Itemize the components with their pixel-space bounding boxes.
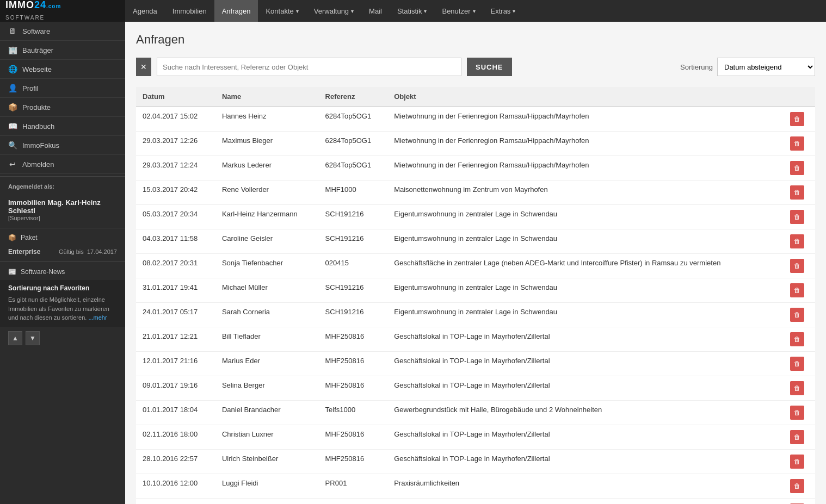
scroll-up-button[interactable]: ▲ xyxy=(8,331,22,345)
cell-name: Maximus Bieger xyxy=(215,132,319,156)
software-news-item[interactable]: 📰 Software-News xyxy=(0,264,125,280)
news-icon: 📰 xyxy=(8,268,16,276)
cell-name: Caroline Geisler xyxy=(215,229,319,254)
delete-button[interactable]: 🗑 xyxy=(790,455,804,469)
sidebar-item-software[interactable]: 🖥 Software xyxy=(0,22,125,41)
delete-button[interactable]: 🗑 xyxy=(790,479,804,493)
delete-button[interactable]: 🗑 xyxy=(790,332,804,346)
table-row: 10.10.2016 12:00Luggi FleidiPR001Praxisr… xyxy=(136,474,815,499)
search-bar: ✕ SUCHE Sortierung Datum absteigendDatum… xyxy=(136,58,815,76)
delete-button[interactable]: 🗑 xyxy=(790,357,804,371)
delete-button[interactable]: 🗑 xyxy=(790,308,804,322)
top-navigation: IMMO24.com SOFTWARE AgendaImmobilienAnfr… xyxy=(0,0,826,22)
company-name: Immobilien Mag. Karl-Heinz Schiestl xyxy=(8,198,117,215)
delete-button[interactable]: 🗑 xyxy=(790,259,804,273)
search-button[interactable]: SUCHE xyxy=(467,58,512,76)
cell-delete: 🗑 xyxy=(784,401,815,425)
cell-datum: 10.10.2016 12:00 xyxy=(136,474,215,499)
scroll-down-button[interactable]: ▼ xyxy=(26,331,40,345)
cell-referenz: SCH191216 xyxy=(319,303,388,327)
scroll-arrows: ▲ ▼ xyxy=(0,327,125,350)
delete-button[interactable]: 🗑 xyxy=(790,210,804,224)
table-row: 02.11.2016 18:00Christian LuxnerMHF25081… xyxy=(136,425,815,450)
cell-datum: 01.01.2017 18:04 xyxy=(136,401,215,425)
cell-referenz: 020415 xyxy=(319,254,388,278)
cell-name: Daniel Brandacher xyxy=(215,401,319,425)
cell-delete: 🗑 xyxy=(784,376,815,401)
cell-referenz: MHF1000 xyxy=(319,181,388,205)
table-row: 04.03.2017 11:58Caroline GeislerSCH19121… xyxy=(136,229,815,254)
validity-info: Gültig bis 17.04.2017 xyxy=(59,248,117,255)
cell-referenz: 6284Top5OG1 xyxy=(319,156,388,181)
cell-objekt: Eigentumswohnung in zentraler Lage in Sc… xyxy=(387,229,784,254)
sidebar-item-handbuch[interactable]: 📖 Handbuch xyxy=(0,117,125,136)
paket-item[interactable]: 📦 Paket xyxy=(0,231,125,245)
delete-button[interactable]: 🗑 xyxy=(790,161,804,175)
delete-button[interactable]: 🗑 xyxy=(790,283,804,297)
sidebar-item-label: Webseite xyxy=(22,65,52,73)
sidebar-item-label: Bauträger xyxy=(22,46,53,54)
cell-referenz: 6284Top5OG1 xyxy=(319,107,388,132)
cell-name: Sarah Corneria xyxy=(215,303,319,327)
table-header-row: DatumNameReferenzObjekt xyxy=(136,87,815,107)
cell-name: Christian Luxner xyxy=(215,425,319,450)
delete-button[interactable]: 🗑 xyxy=(790,406,804,420)
cell-delete: 🗑 xyxy=(784,425,815,450)
cell-referenz: MHF250816 xyxy=(319,376,388,401)
software-news-label: Software-News xyxy=(21,268,65,276)
delete-button[interactable]: 🗑 xyxy=(790,430,804,444)
table-row: 24.01.2017 05:17Sarah CorneriaSCH191216E… xyxy=(136,303,815,327)
paket-icon: 📦 xyxy=(8,234,16,241)
news-more-link[interactable]: ...mehr xyxy=(88,314,107,321)
sidebar-item-immofokus[interactable]: 🔍 ImmoFokus xyxy=(0,136,125,155)
sidebar-item-profil[interactable]: 👤 Profil xyxy=(0,79,125,98)
sidebar-item-webseite[interactable]: 🌐 Webseite xyxy=(0,60,125,79)
nav-item-kontakte[interactable]: Kontakte ▾ xyxy=(258,0,306,22)
table-row: 31.01.2017 19:41Michael MüllerSCH191216E… xyxy=(136,278,815,303)
delete-button[interactable]: 🗑 xyxy=(790,381,804,395)
delete-button[interactable]: 🗑 xyxy=(790,136,804,151)
sidebar-item-abmelden[interactable]: ↩ Abmelden xyxy=(0,155,125,174)
cell-objekt: Geschäftslokal in TOP-Lage in Mayrhofen/… xyxy=(387,352,784,376)
cell-datum: 05.03.2017 20:34 xyxy=(136,205,215,229)
cell-datum: 21.01.2017 12:21 xyxy=(136,327,215,352)
nav-item-verwaltung[interactable]: Verwaltung ▾ xyxy=(306,0,361,22)
nav-item-anfragen[interactable]: Anfragen xyxy=(214,0,258,22)
col-referenz: Referenz xyxy=(319,87,388,107)
search-input[interactable] xyxy=(157,58,461,76)
cell-referenz: MHF250816 xyxy=(319,450,388,474)
sidebar-icon: 🌐 xyxy=(8,65,17,73)
search-clear-button[interactable]: ✕ xyxy=(136,58,151,76)
cell-name: Michael Müller xyxy=(215,278,319,303)
cell-referenz: SCH191216 xyxy=(319,205,388,229)
cell-datum: 29.03.2017 12:26 xyxy=(136,132,215,156)
nav-item-mail[interactable]: Mail xyxy=(361,0,390,22)
enterprise-label: Enterprise xyxy=(8,248,40,256)
cell-objekt: Geschäftslokal in TOP-Lage in Mayrhofen/… xyxy=(387,425,784,450)
col- xyxy=(784,87,815,107)
delete-button[interactable]: 🗑 xyxy=(790,185,804,200)
sidebar: 🖥 Software🏢 Bauträger🌐 Webseite👤 Profil📦… xyxy=(0,22,125,504)
delete-button[interactable]: 🗑 xyxy=(790,112,804,126)
nav-menu: AgendaImmobilienAnfragenKontakte ▾Verwal… xyxy=(125,0,523,22)
cell-delete: 🗑 xyxy=(784,156,815,181)
table-row: 26.09.2016 10:22Arthur DalsarRA1909164-Z… xyxy=(136,499,815,505)
nav-item-benutzer[interactable]: Benutzer ▾ xyxy=(434,0,483,22)
cell-delete: 🗑 xyxy=(784,181,815,205)
nav-item-extras[interactable]: Extras ▾ xyxy=(483,0,523,22)
nav-item-agenda[interactable]: Agenda xyxy=(125,0,165,22)
sort-select[interactable]: Datum absteigendDatum aufsteigendName A-… xyxy=(717,58,815,76)
nav-item-immobilien[interactable]: Immobilien xyxy=(165,0,214,22)
sidebar-item-bauträger[interactable]: 🏢 Bauträger xyxy=(0,41,125,60)
table-row: 01.01.2017 18:04Daniel BrandacherTelfs10… xyxy=(136,401,815,425)
delete-button[interactable]: 🗑 xyxy=(790,234,804,248)
cell-objekt: Maisonettenwohnung im Zentrum von Mayrho… xyxy=(387,181,784,205)
col-objekt: Objekt xyxy=(387,87,784,107)
nav-item-statistik[interactable]: Statistik ▾ xyxy=(390,0,435,22)
cell-delete: 🗑 xyxy=(784,205,815,229)
sidebar-item-produkte[interactable]: 📦 Produkte xyxy=(0,98,125,117)
table-row: 28.10.2016 22:57Ulrich SteinbeißerMHF250… xyxy=(136,450,815,474)
cell-referenz: Telfs1000 xyxy=(319,401,388,425)
table-row: 08.02.2017 20:31Sonja Tiefenbacher020415… xyxy=(136,254,815,278)
cell-delete: 🗑 xyxy=(784,107,815,132)
